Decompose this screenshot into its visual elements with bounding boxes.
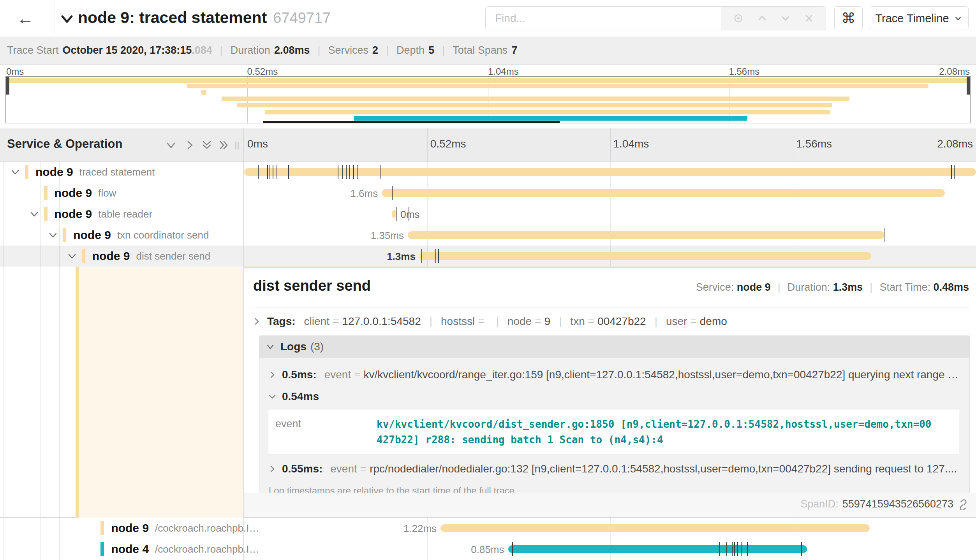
- timeline-tick-label: 2.08ms: [937, 138, 973, 150]
- summary-item-duration: Duration2.08ms: [231, 44, 310, 56]
- log-marker-tick: [954, 165, 955, 179]
- column-resize-grip[interactable]: [235, 142, 240, 149]
- span-row-node-9-table-reader[interactable]: node 9table reader0ms: [0, 204, 976, 225]
- summary-separator: |: [220, 44, 223, 56]
- span-duration-bar[interactable]: [382, 189, 944, 197]
- locate-icon[interactable]: [733, 12, 744, 24]
- collapse-trace-chevron-icon[interactable]: [59, 11, 75, 26]
- summary-separator: |: [386, 44, 389, 56]
- spanid-label: SpanID:: [800, 498, 839, 510]
- log-marker-tick: [273, 165, 273, 179]
- summary-item-depth: Depth5: [396, 44, 434, 56]
- span-row-node-9-dist-sender-send[interactable]: node 9dist sender send1.3ms: [0, 246, 976, 267]
- collapse-one-chevron-down-icon[interactable]: [165, 139, 177, 151]
- span-duration-label: 1.3ms: [387, 251, 416, 263]
- keyboard-shortcuts-button[interactable]: ⌘: [834, 6, 863, 30]
- span-row-node-4-cockroach-roachpb-i[interactable]: node 4/cockroach.roachpb.I…0.85ms: [0, 539, 976, 560]
- minimap-tick-label: 2.08ms: [939, 66, 970, 77]
- summary-separator: |: [317, 44, 320, 56]
- chevron-down-icon[interactable]: [47, 229, 59, 241]
- span-duration-bar[interactable]: [419, 252, 871, 260]
- span-row-left: node 4/cockroach.roachpb.I…: [0, 539, 328, 560]
- log-marker-tick: [438, 249, 439, 263]
- spanid-row: SpanID: 5597415943526560273: [800, 498, 969, 510]
- span-color-bar: [44, 186, 48, 200]
- summary-item-value: October 15 2020, 17:38:15: [63, 44, 192, 56]
- minimap-viewport-indicator[interactable]: [263, 121, 560, 123]
- chevron-down-icon[interactable]: [66, 250, 78, 262]
- find-box: [485, 6, 826, 30]
- log-keyvalue-table: eventkv/kvclient/kvcoord/dist_sender.go:…: [268, 409, 959, 455]
- expand-all-double-chevron-right-icon[interactable]: [218, 139, 230, 151]
- indent-guide: [59, 267, 60, 518]
- minimap-tick-label: 0ms: [6, 66, 24, 77]
- tags-accordion[interactable]: Tags:client=127.0.0.1:54582|hostssl=|nod…: [252, 312, 970, 330]
- chevron-down-icon[interactable]: [28, 208, 40, 220]
- trace-view-selector-button[interactable]: Trace Timeline: [869, 6, 969, 30]
- expander-spacer: [85, 543, 97, 555]
- span-duration-bar[interactable]: [440, 524, 870, 532]
- log-field-value: kv/kvclient/kvcoord/range_iter.go:159 [n…: [364, 369, 959, 381]
- expand-one-chevron-right-icon[interactable]: [184, 139, 196, 151]
- span-row-node-9-traced-statement[interactable]: node 9traced statement: [0, 162, 976, 183]
- summary-item-services: Services2: [328, 44, 378, 56]
- span-detail-title: dist sender send: [253, 277, 371, 294]
- span-duration-bar[interactable]: [508, 545, 807, 553]
- span-operation-name: table reader: [98, 208, 152, 220]
- log-marker-tick: [801, 542, 802, 556]
- span-service-name: node 9: [111, 521, 149, 535]
- span-color-left-bar: [76, 267, 79, 518]
- log-entry-expanded-header[interactable]: 0.54ms: [264, 386, 965, 407]
- span-row-node-9-flow[interactable]: node 9flow1.6ms: [0, 183, 976, 204]
- logs-body: 0.5ms:event=kv/kvclient/kvcoord/range_it…: [259, 358, 969, 503]
- log-entry-collapsed[interactable]: 0.5ms:event=kv/kvclient/kvcoord/range_it…: [264, 365, 965, 385]
- summary-item-trace-start: Trace StartOctober 15 2020, 17:38:15.084: [7, 44, 212, 56]
- back-button[interactable]: ←: [12, 8, 39, 30]
- span-color-bar: [44, 207, 48, 221]
- collapse-all-double-chevron-down-icon[interactable]: [201, 139, 213, 151]
- tag-equals: =: [690, 315, 696, 327]
- log-marker-tick: [747, 542, 748, 556]
- span-service-name: node 9: [92, 249, 130, 263]
- logs-accordion-header[interactable]: Logs (3): [259, 336, 969, 358]
- log-entry-collapsed[interactable]: 0.55ms:event=rpc/nodedialer/nodedialer.g…: [264, 459, 965, 479]
- minimap-tick-label: 1.56ms: [729, 66, 760, 77]
- clear-find-close-icon[interactable]: [803, 13, 814, 24]
- span-duration-bar[interactable]: [392, 210, 396, 218]
- minimap-span-bar-cockroach-roachpb-i: [265, 110, 830, 114]
- span-row-node-9-cockroach-roachpb-i[interactable]: node 9/cockroach.roachpb.I…1.22ms: [0, 518, 976, 539]
- log-field-key: event: [268, 409, 357, 455]
- span-row-node-9-txn-coordinator-send[interactable]: node 9txn coordinator send1.35ms: [0, 225, 976, 246]
- deep-link-icon[interactable]: [957, 499, 969, 510]
- log-marker-tick: [421, 249, 422, 263]
- summary-item-value: 7: [511, 44, 517, 56]
- tag-key: txn: [570, 315, 585, 327]
- span-operation-name: txn coordinator send: [117, 229, 209, 241]
- log-marker-tick: [741, 542, 742, 556]
- detail-divider: [253, 307, 970, 307]
- column-divider[interactable]: [243, 128, 244, 560]
- timeline-tick-label: 1.56ms: [796, 138, 832, 150]
- span-duration-bar[interactable]: [408, 231, 884, 239]
- tag-equals: =: [333, 315, 339, 327]
- log-field-value: kv/kvclient/kvcoord/dist_sender.go:1850 …: [357, 409, 959, 455]
- span-color-bar: [25, 165, 28, 179]
- detail-info-service: Service: node 9: [696, 281, 771, 293]
- span-operation-name: flow: [98, 187, 116, 199]
- log-marker-tick: [277, 165, 277, 179]
- minimap-right-scrubber-handle[interactable]: [967, 77, 970, 95]
- next-result-chevron-down-icon[interactable]: [780, 12, 791, 24]
- minimap-left-scrubber-handle[interactable]: [6, 77, 9, 95]
- tag-key: client: [304, 315, 329, 327]
- span-row-left: node 9/cockroach.roachpb.I…: [0, 518, 328, 539]
- trace-summary-bar: Trace StartOctober 15 2020, 17:38:15.084…: [0, 37, 976, 65]
- prev-result-chevron-up-icon[interactable]: [756, 12, 768, 24]
- span-duration-label: 1.35ms: [371, 230, 404, 242]
- find-input[interactable]: [486, 7, 721, 30]
- log-marker-tick: [951, 165, 952, 179]
- span-operation-name: traced statement: [79, 166, 155, 178]
- span-rows-bottom: node 9/cockroach.roachpb.I…1.22msnode 4/…: [0, 518, 976, 560]
- span-duration-label: 1.22ms: [403, 523, 437, 535]
- minimap-canvas[interactable]: [5, 76, 971, 123]
- chevron-down-icon[interactable]: [9, 166, 21, 178]
